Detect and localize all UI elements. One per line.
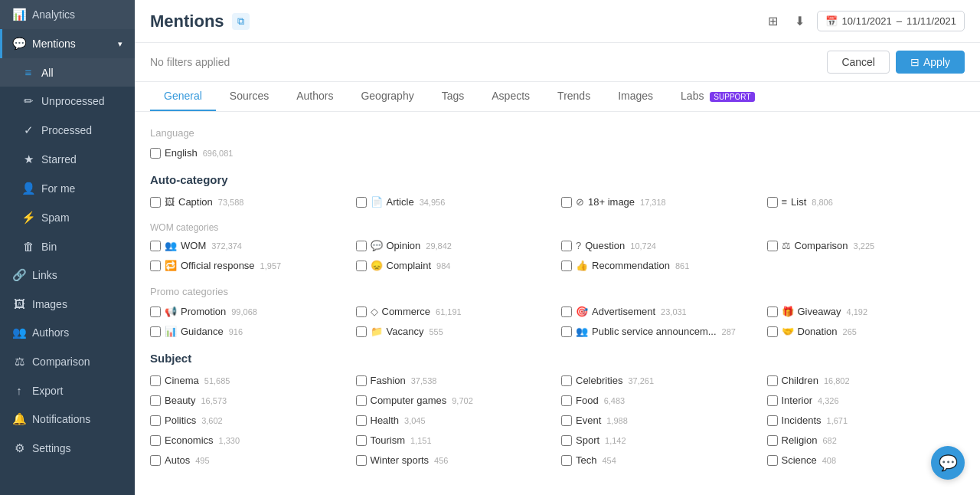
complaint-checkbox[interactable] [356, 261, 367, 271]
sidebar-item-images[interactable]: 🖼 Images [0, 290, 135, 318]
children-checkbox[interactable] [767, 375, 778, 386]
filter-item-psa: 👥 Public service announcem... 287 [561, 323, 760, 339]
giveaway-checkbox[interactable] [767, 307, 778, 317]
politics-checkbox[interactable] [150, 415, 161, 426]
tab-images[interactable]: Images [604, 82, 667, 111]
sidebar-item-unprocessed[interactable]: ✏ Unprocessed [0, 87, 135, 116]
economics-checkbox[interactable] [150, 435, 161, 446]
tab-authors[interactable]: Authors [283, 82, 347, 111]
winter-sports-checkbox[interactable] [356, 455, 367, 466]
health-checkbox[interactable] [356, 415, 367, 426]
science-checkbox[interactable] [767, 455, 778, 466]
wom-checkbox[interactable] [150, 241, 161, 251]
mentions-icon: 💬 [12, 37, 26, 51]
sidebar-item-links[interactable]: 🔗 Links [0, 261, 135, 290]
sidebar-item-spam[interactable]: ⚡ Spam [0, 203, 135, 232]
wom-icon: 👥 [165, 240, 177, 251]
18plus-checkbox[interactable] [561, 197, 572, 208]
tab-geography[interactable]: Geography [347, 82, 427, 111]
subject-row-2: Beauty16,573 Computer games9,702 Food6,4… [150, 392, 965, 408]
auto-category-title: Auto-category [150, 173, 965, 186]
sidebar-item-all[interactable]: ≡ All [0, 58, 135, 87]
sidebar-item-label: Comparison [32, 356, 122, 368]
sidebar-item-label: Links [32, 269, 122, 281]
date-from: 10/11/2021 [842, 15, 892, 27]
subject-row-3: Politics3,602 Health3,045 Event1,988 Inc… [150, 412, 965, 428]
sidebar-item-settings[interactable]: ⚙ Settings [0, 434, 135, 463]
event-checkbox[interactable] [561, 415, 572, 426]
sidebar-item-export[interactable]: ↑ Export [0, 376, 135, 405]
incidents-checkbox[interactable] [767, 415, 778, 426]
promo-row-1: 📢 Promotion 99,068 ◇ Commerce 61,191 🎯 A… [150, 303, 965, 320]
tech-checkbox[interactable] [561, 455, 572, 466]
filter-item-food: Food6,483 [561, 392, 760, 408]
filter-item-list: ≡ List 8,806 [767, 194, 965, 210]
promotion-checkbox[interactable] [150, 307, 161, 317]
filter-item-incidents: Incidents1,671 [767, 412, 965, 428]
filter-item-fashion: Fashion37,538 [356, 372, 554, 388]
sidebar-item-forme[interactable]: 👤 For me [0, 174, 135, 203]
sidebar-item-starred[interactable]: ★ Starred [0, 145, 135, 174]
sidebar-item-notifications[interactable]: 🔔 Notifications [0, 405, 135, 434]
list-checkbox[interactable] [767, 197, 778, 208]
filter-item-giveaway: 🎁 Giveaway 4,192 [767, 303, 965, 320]
commerce-checkbox[interactable] [356, 307, 367, 317]
sidebar-item-label: Starred [41, 153, 122, 166]
donation-checkbox[interactable] [767, 326, 778, 337]
copy-icon[interactable]: ⧉ [232, 13, 250, 30]
download-button[interactable]: ⬇ [790, 11, 809, 31]
cinema-checkbox[interactable] [150, 375, 161, 386]
psa-checkbox[interactable] [561, 326, 572, 337]
tourism-checkbox[interactable] [356, 435, 367, 446]
filter-item-english: English 696,081 [150, 145, 348, 161]
official-response-checkbox[interactable] [150, 261, 161, 271]
spam-icon: ⚡ [21, 211, 35, 225]
unprocessed-icon: ✏ [21, 94, 35, 108]
advertisement-checkbox[interactable] [561, 307, 572, 317]
filter-item-empty [767, 257, 965, 274]
comparison-checkbox[interactable] [767, 241, 778, 251]
promo-categories-section: Promo categories 📢 Promotion 99,068 ◇ Co… [150, 286, 965, 339]
filter-item-children: Children16,802 [767, 372, 965, 388]
autos-checkbox[interactable] [150, 455, 161, 466]
computer-games-checkbox[interactable] [356, 395, 367, 406]
guidance-checkbox[interactable] [150, 326, 161, 337]
sidebar-item-comparison[interactable]: ⚖ Comparison [0, 347, 135, 376]
main-content: Mentions ⧉ ⊞ ⬇ 📅 10/11/2021 – 11/11/2021… [135, 0, 980, 495]
tab-tags[interactable]: Tags [428, 82, 479, 111]
english-checkbox[interactable] [150, 148, 161, 159]
filter-item-advertisement: 🎯 Advertisement 23,031 [561, 303, 760, 320]
question-checkbox[interactable] [561, 241, 572, 251]
sport-checkbox[interactable] [561, 435, 572, 446]
present-button[interactable]: ⊞ [763, 11, 782, 31]
vacancy-checkbox[interactable] [356, 326, 367, 337]
fashion-checkbox[interactable] [356, 375, 367, 386]
beauty-checkbox[interactable] [150, 395, 161, 406]
date-range-picker[interactable]: 📅 10/11/2021 – 11/11/2021 [817, 11, 965, 31]
apply-button[interactable]: ⊟ Apply [896, 51, 965, 74]
recommendation-checkbox[interactable] [561, 261, 572, 271]
tab-aspects[interactable]: Aspects [478, 82, 544, 111]
sidebar-item-analytics[interactable]: 📊 Analytics [0, 0, 135, 29]
interior-checkbox[interactable] [767, 395, 778, 406]
caption-checkbox[interactable] [150, 197, 161, 208]
opinion-checkbox[interactable] [356, 241, 367, 251]
tab-trends[interactable]: Trends [544, 82, 604, 111]
food-checkbox[interactable] [561, 395, 572, 406]
sidebar-item-label: For me [41, 182, 122, 195]
chat-button[interactable]: 💬 [931, 446, 965, 480]
filter-item-interior: Interior4,326 [767, 392, 965, 408]
cancel-button[interactable]: Cancel [827, 51, 890, 74]
celebrities-checkbox[interactable] [561, 375, 572, 386]
tab-labs[interactable]: Labs SUPPORT [667, 82, 768, 111]
tab-sources[interactable]: Sources [216, 82, 283, 111]
wom-row-1: 👥 WOM 372,374 💬 Opinion 29,842 ? Questio… [150, 238, 965, 254]
filter-item-complaint: 😞 Complaint 984 [356, 257, 554, 274]
religion-checkbox[interactable] [767, 435, 778, 446]
sidebar-item-bin[interactable]: 🗑 Bin [0, 232, 135, 261]
sidebar-item-authors[interactable]: 👥 Authors [0, 318, 135, 347]
sidebar-item-mentions[interactable]: 💬 Mentions ▾ [0, 29, 135, 58]
tab-general[interactable]: General [150, 82, 216, 111]
sidebar-item-processed[interactable]: ✓ Processed [0, 116, 135, 145]
article-checkbox[interactable] [356, 197, 367, 208]
